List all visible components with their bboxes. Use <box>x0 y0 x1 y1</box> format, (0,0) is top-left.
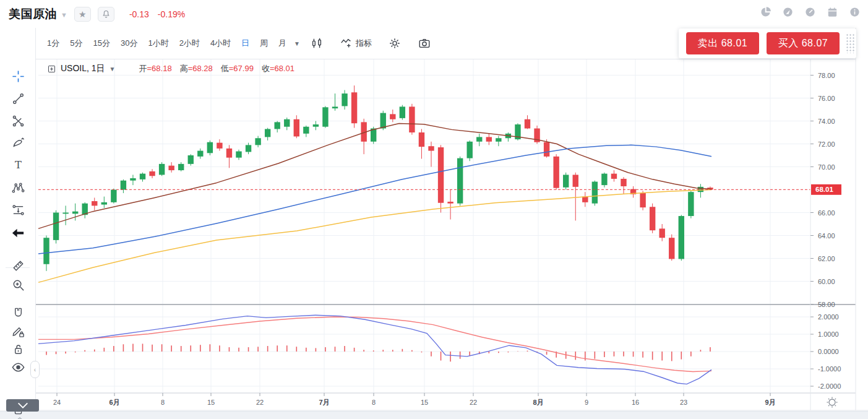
symbol-menu[interactable]: USOIL, 1日 ▼ <box>47 63 116 74</box>
chevron-left-icon: ‹ <box>34 366 36 373</box>
zoom-in-icon <box>11 278 25 292</box>
trend-line-icon <box>11 92 25 106</box>
sell-button[interactable]: 卖出 68.01 <box>686 32 759 54</box>
ohlc-item: 高=68.28 <box>180 63 213 74</box>
tool-lock[interactable] <box>8 340 28 358</box>
bottom-drawer-button[interactable] <box>6 399 39 412</box>
tool-ruler[interactable] <box>8 256 28 275</box>
ohlc-item: 收=68.01 <box>262 63 294 74</box>
forecast-icon <box>11 203 25 217</box>
chevron-down-icon <box>16 402 30 409</box>
ohlc-item: 开=68.18 <box>139 63 172 74</box>
symbol-chevron-icon: ▼ <box>110 66 116 72</box>
tool-xabcd-pattern[interactable] <box>8 178 28 197</box>
tool-brush[interactable] <box>8 134 28 152</box>
compare-add-icon <box>47 64 56 74</box>
pitchfork-icon <box>11 114 25 128</box>
tool-text[interactable]: T <box>8 156 28 175</box>
trading-app: 78.0076.0074.0072.0070.0066.0064.0062.00… <box>0 0 868 419</box>
symbol-status-row: USOIL, 1日 ▼ 开=68.18高=68.28低=67.99收=68.01 <box>47 63 294 74</box>
tool-draw-lock[interactable] <box>8 322 28 340</box>
tool-crosshair[interactable] <box>8 67 28 85</box>
sidebar-collapse-tab[interactable]: ‹ <box>30 361 40 378</box>
back-arrow-icon <box>11 226 25 240</box>
tool-back-arrow[interactable] <box>8 223 28 242</box>
chart-plot-area[interactable] <box>38 59 810 393</box>
lock-icon <box>11 342 25 356</box>
svg-text:T: T <box>15 159 22 171</box>
buy-button[interactable]: 买入 68.07 <box>767 32 840 54</box>
draw-lock-icon <box>11 324 25 339</box>
time-axis[interactable] <box>35 393 856 410</box>
drawing-toolbar: ‹ T <box>0 28 36 410</box>
price-axis[interactable] <box>810 59 856 393</box>
chevron-up-icon[interactable] <box>15 413 25 419</box>
tool-eye[interactable] <box>8 358 28 376</box>
symbol-label: USOIL, 1日 <box>61 63 105 74</box>
text-icon: T <box>11 158 25 173</box>
trade-panel: 卖出 68.01 买入 68.07 <box>679 28 856 58</box>
ruler-icon <box>11 259 25 273</box>
eye-icon <box>11 360 25 374</box>
tool-magnet[interactable] <box>8 304 28 322</box>
tool-pitchfork[interactable] <box>8 111 28 130</box>
xabcd-pattern-icon <box>11 181 25 195</box>
drag-handle[interactable] <box>846 33 855 53</box>
tool-forecast[interactable] <box>8 201 28 219</box>
ohlc-readout: 开=68.18高=68.28低=67.99收=68.01 <box>139 63 295 74</box>
tool-zoom-in[interactable] <box>8 275 28 294</box>
tool-trend-line[interactable] <box>8 89 28 108</box>
brush-icon <box>11 136 25 150</box>
ohlc-item: 低=67.99 <box>221 63 254 74</box>
magnet-icon <box>11 306 25 321</box>
crosshair-icon <box>11 69 25 84</box>
